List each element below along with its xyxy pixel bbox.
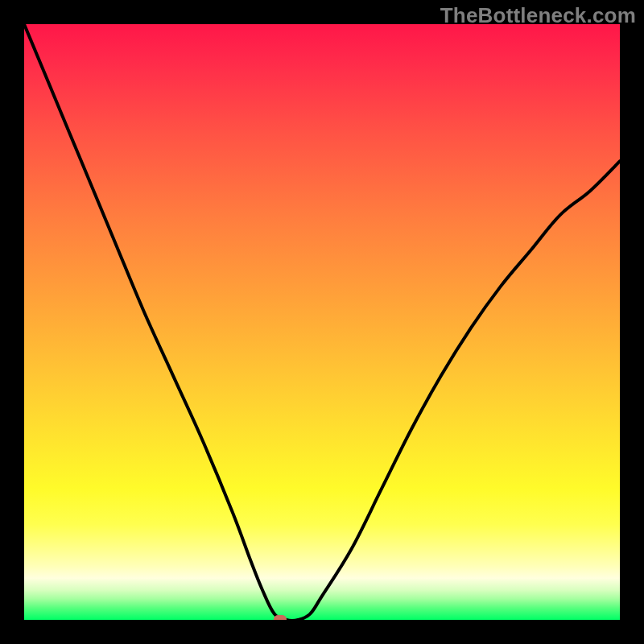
optimal-marker xyxy=(274,615,287,620)
bottleneck-curve xyxy=(24,24,620,620)
chart-frame: TheBottleneck.com xyxy=(0,0,644,644)
curve-svg xyxy=(24,24,620,620)
watermark-text: TheBottleneck.com xyxy=(440,3,636,28)
plot-area xyxy=(24,24,620,620)
